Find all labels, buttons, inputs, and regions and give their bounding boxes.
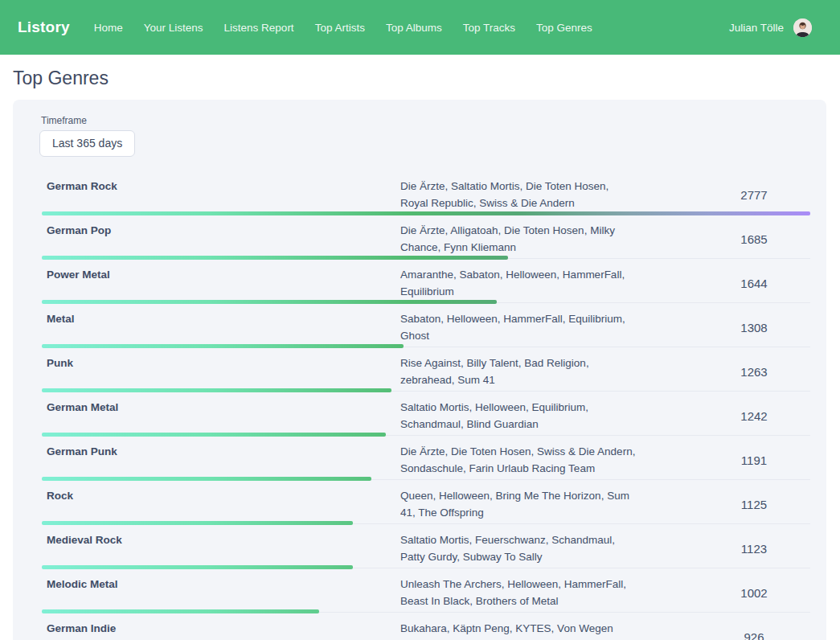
- genre-listen-count: 1263: [698, 365, 810, 379]
- genre-name: German Pop: [42, 222, 398, 239]
- timeframe-select[interactable]: Last 365 days: [39, 130, 135, 157]
- genre-artist-list: Amaranthe, Sabaton, Helloween, HammerFal…: [398, 266, 637, 300]
- genre-listen-count: 1002: [698, 586, 810, 600]
- user-photo-icon: [793, 18, 812, 37]
- genre-progress-bar: [42, 300, 497, 304]
- genre-row: German Indie Bukahara, Käptn Peng, KYTES…: [42, 613, 810, 640]
- genre-row: German Pop Die Ärzte, Alligatoah, Die To…: [42, 215, 810, 259]
- genre-listen-count: 1191: [698, 453, 810, 467]
- top-genres-card: Timeframe Last 365 days German Rock Die …: [13, 100, 826, 640]
- genre-row: German Punk Die Ärzte, Die Toten Hosen, …: [42, 436, 810, 480]
- genre-row: Power Metal Amaranthe, Sabaton, Hellowee…: [42, 259, 810, 303]
- genre-progress-bar: [42, 433, 386, 437]
- genre-table: German Rock Die Ärzte, Saltatio Mortis, …: [42, 170, 810, 640]
- genre-row: Metal Sabaton, Helloween, HammerFall, Eq…: [42, 303, 810, 347]
- genre-name: German Metal: [42, 399, 398, 416]
- genre-artist-list: Rise Against, Billy Talent, Bad Religion…: [398, 355, 637, 388]
- genre-artist-list: Unleash The Archers, Helloween, HammerFa…: [398, 576, 637, 609]
- genre-row: German Rock Die Ärzte, Saltatio Mortis, …: [42, 170, 810, 215]
- genre-artist-list: Die Ärzte, Die Toten Hosen, Swiss & Die …: [398, 443, 637, 477]
- timeframe-label: Timeframe: [41, 115, 810, 126]
- genre-name: Punk: [42, 355, 398, 371]
- genre-name: Rock: [42, 487, 398, 504]
- genre-artist-list: Saltatio Mortis, Feuerschwanz, Schandmau…: [398, 531, 637, 565]
- genre-progress-bar: [42, 256, 508, 260]
- user-name[interactable]: Julian Tölle: [729, 22, 784, 34]
- genre-listen-count: 1242: [698, 409, 810, 423]
- genre-listen-count: 2777: [698, 188, 810, 202]
- nav-item-home[interactable]: Home: [94, 22, 123, 34]
- genre-name: German Punk: [42, 443, 398, 460]
- genre-listen-count: 1125: [698, 498, 810, 511]
- genre-artist-list: Saltatio Mortis, Helloween, Equilibrium,…: [398, 399, 637, 433]
- nav-item-listens-report[interactable]: Listens Report: [224, 22, 294, 34]
- genre-listen-count: 926: [698, 630, 810, 640]
- genre-listen-count: 1308: [698, 321, 810, 334]
- genre-name: Medieval Rock: [42, 531, 398, 548]
- main-content: Top Genres Timeframe Last 365 days Germa…: [0, 68, 840, 640]
- nav-items: HomeYour ListensListens ReportTop Artist…: [94, 22, 592, 34]
- genre-listen-count: 1685: [698, 232, 810, 246]
- genre-artist-list: Sabaton, Helloween, HammerFall, Equilibr…: [398, 310, 637, 344]
- nav-item-top-tracks[interactable]: Top Tracks: [463, 22, 515, 34]
- page-title: Top Genres: [13, 68, 826, 89]
- genre-listen-count: 1644: [698, 277, 810, 290]
- genre-name: Metal: [42, 310, 398, 327]
- genre-listen-count: 1123: [698, 542, 810, 556]
- genre-progress-bar: [42, 521, 353, 525]
- nav-item-top-albums[interactable]: Top Albums: [386, 22, 442, 34]
- genre-row: Rock Queen, Helloween, Bring Me The Hori…: [42, 480, 810, 524]
- genre-progress-bar: [42, 388, 391, 392]
- navbar: Listory HomeYour ListensListens ReportTo…: [0, 0, 840, 55]
- genre-row: German Metal Saltatio Mortis, Helloween,…: [42, 392, 810, 436]
- nav-item-top-artists[interactable]: Top Artists: [315, 22, 365, 34]
- user-avatar[interactable]: [793, 18, 812, 37]
- genre-progress-bar: [42, 565, 353, 569]
- genre-progress-bar: [42, 609, 319, 613]
- genre-artist-list: Bukahara, Käptn Peng, KYTES, Von Wegen L…: [398, 620, 637, 640]
- genre-artist-list: Die Ärzte, Saltatio Mortis, Die Toten Ho…: [398, 178, 637, 211]
- genre-row: Punk Rise Against, Billy Talent, Bad Rel…: [42, 347, 810, 392]
- nav-item-top-genres[interactable]: Top Genres: [536, 22, 592, 34]
- nav-item-your-listens[interactable]: Your Listens: [144, 22, 203, 34]
- genre-name: Power Metal: [42, 266, 398, 283]
- brand-logo[interactable]: Listory: [18, 18, 70, 36]
- genre-name: German Rock: [42, 178, 398, 195]
- genre-row: Medieval Rock Saltatio Mortis, Feuerschw…: [42, 524, 810, 568]
- genre-row: Melodic Metal Unleash The Archers, Hello…: [42, 568, 810, 613]
- genre-artist-list: Die Ärzte, Alligatoah, Die Toten Hosen, …: [398, 222, 637, 256]
- genre-name: German Indie: [42, 620, 398, 637]
- genre-progress-bar: [42, 477, 371, 481]
- genre-name: Melodic Metal: [42, 576, 398, 593]
- genre-artist-list: Queen, Helloween, Bring Me The Horizon, …: [398, 487, 637, 521]
- genre-progress-bar: [42, 344, 404, 348]
- genre-progress-bar: [42, 211, 810, 215]
